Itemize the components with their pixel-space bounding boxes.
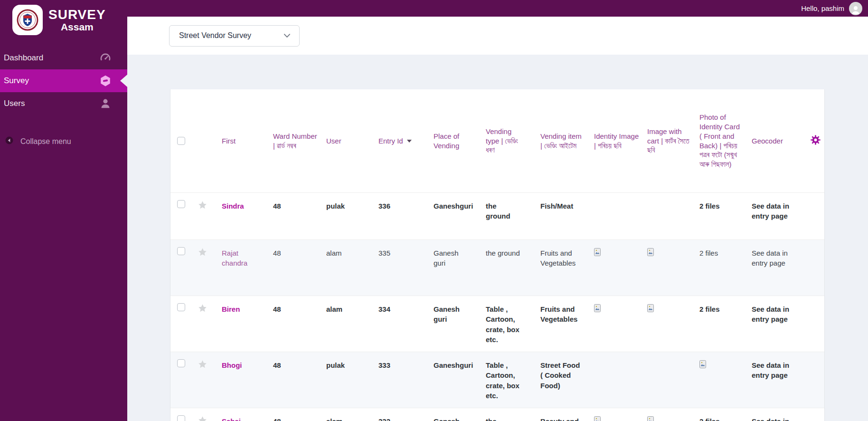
entry-first-name-link[interactable]: Sindra (222, 193, 273, 239)
entries-table: First Ward Number | ৱাৰ্ড নম্বৰ User Ent… (170, 89, 825, 421)
row-checkbox-cell (170, 296, 193, 352)
row-settings-spacer (810, 193, 825, 239)
entry-vending-type: Table , Cartoon, crate, box etc. (486, 352, 540, 408)
sidebar-item-users[interactable]: Users (0, 92, 127, 115)
entry-first-name-link[interactable]: Biren (222, 296, 273, 352)
dashboard-gauge-icon (99, 52, 112, 64)
star-icon[interactable] (193, 193, 222, 239)
sidebar-menu: Dashboard Survey (0, 47, 127, 115)
image-file-icon[interactable] (594, 416, 601, 421)
row-checkbox[interactable] (177, 200, 185, 208)
files-count: 2 files (699, 249, 718, 257)
star-icon[interactable] (193, 408, 222, 421)
column-header-photo-id-card[interactable]: Photo of Identity Card ( Front and Back)… (699, 89, 752, 192)
entry-first-name-link[interactable]: Sahaj (222, 408, 273, 421)
image-file-icon[interactable] (594, 248, 601, 258)
entry-image-with-cart-cell (647, 352, 699, 408)
entry-place-of-vending: Ganesh guri (434, 296, 486, 352)
column-header-identity-image[interactable]: Identity Image | পৰিচয় ছবি (594, 89, 647, 192)
entry-user: alam (326, 408, 378, 421)
row-checkbox[interactable] (177, 415, 185, 421)
entry-identity-image-cell (594, 408, 647, 421)
column-header-first[interactable]: First (222, 89, 273, 192)
entry-ward-number: 48 (273, 296, 326, 352)
collapse-menu-button[interactable]: Collapse menu (0, 136, 127, 147)
star-icon[interactable] (193, 240, 222, 296)
image-file-icon[interactable] (647, 304, 654, 315)
table-body: Sindra 48 pulak 336 Ganeshguri the groun… (170, 192, 824, 421)
entry-first-name-link[interactable]: Rajat chandra (222, 240, 273, 296)
star-icon[interactable] (193, 296, 222, 352)
survey-select-value: Street Vendor Survey (179, 31, 251, 40)
entry-user: alam (326, 240, 378, 296)
star-icon[interactable] (193, 352, 222, 408)
entry-geocoder: See data in entry page (752, 296, 810, 352)
entry-first-name-link[interactable]: Bhogi (222, 352, 273, 408)
sidebar-item-label: Survey (4, 76, 29, 86)
collapse-left-arrow-icon (5, 136, 14, 147)
app-window: SURVEY Assam Dashboard Survey (0, 0, 868, 421)
entry-identity-image-cell (594, 193, 647, 239)
column-header-place-of-vending[interactable]: Place of Vending (434, 89, 486, 192)
content-area: First Ward Number | ৱাৰ্ড নম্বৰ User Ent… (127, 55, 868, 421)
column-header-vending-item[interactable]: Vending item | ভেণ্ডিং আইটেম (540, 89, 594, 192)
row-checkbox-cell (170, 193, 193, 239)
column-header-user[interactable]: User (326, 89, 378, 192)
entry-geocoder: See data in entry page (752, 240, 810, 296)
entry-ward-number: 48 (273, 240, 326, 296)
entry-id: 334 (378, 296, 434, 352)
toolbar: Street Vendor Survey (127, 17, 868, 55)
institute-crest-icon (12, 5, 43, 35)
row-settings-spacer (810, 408, 825, 421)
entry-id: 332 (378, 408, 434, 421)
entry-place-of-vending: Ganeshguri (434, 352, 486, 408)
select-all-checkbox[interactable] (177, 137, 185, 145)
entry-vending-type: Table , Cartoon, crate, box etc. (486, 296, 540, 352)
entry-vending-type: the ground (486, 240, 540, 296)
entry-place-of-vending: Ganeshguri (434, 193, 486, 239)
column-header-image-with-cart[interactable]: Image with cart | কাৰ্টৰ সৈতে ছবি (647, 89, 699, 192)
files-count: 2 files (699, 305, 720, 313)
row-checkbox[interactable] (177, 359, 185, 367)
image-file-icon[interactable] (647, 248, 654, 258)
column-header-geocoder[interactable]: Geocoder (752, 89, 810, 192)
users-icon (99, 97, 112, 110)
entry-identity-image-cell (594, 352, 647, 408)
entry-image-with-cart-cell (647, 193, 699, 239)
image-file-icon[interactable] (699, 360, 706, 371)
sidebar-item-label: Dashboard (4, 53, 43, 63)
column-header-vending-type[interactable]: Vending type | ভেণ্ডিং ধৰণ (486, 89, 540, 192)
table-row: Rajat chandra 48 alam 335 Ganesh guri th… (170, 239, 824, 296)
entry-place-of-vending: Ganesh guri (434, 408, 486, 421)
image-file-icon[interactable] (594, 304, 601, 315)
table-header: First Ward Number | ৱাৰ্ড নম্বৰ User Ent… (170, 89, 824, 192)
entry-ward-number: 48 (273, 408, 326, 421)
entry-ward-number: 48 (273, 193, 326, 239)
user-greeting: Hello, pashim (801, 4, 844, 12)
sidebar-item-dashboard[interactable]: Dashboard (0, 47, 127, 69)
entry-id-label: Entry Id (378, 136, 403, 146)
table-row: Bhogi 48 pulak 333 Ganeshguri Table , Ca… (170, 352, 824, 408)
table-row: Sindra 48 pulak 336 Ganeshguri the groun… (170, 192, 824, 239)
survey-select[interactable]: Street Vendor Survey (169, 25, 300, 47)
gear-icon[interactable] (810, 134, 821, 148)
entry-ward-number: 48 (273, 352, 326, 408)
entry-id: 333 (378, 352, 434, 408)
entry-vending-item: Beauty and (540, 408, 594, 421)
table-row: Biren 48 alam 334 Ganesh guri Table , Ca… (170, 296, 824, 352)
image-file-icon[interactable] (647, 416, 654, 421)
entry-vending-item: Street Food ( Cooked Food) (540, 352, 594, 408)
avatar[interactable] (849, 2, 862, 15)
files-count: 2 files (699, 202, 720, 210)
table-row: Sahaj 48 alam 332 Ganesh guri the ground… (170, 408, 824, 421)
entry-place-of-vending: Ganesh guri (434, 240, 486, 296)
column-header-ward-number[interactable]: Ward Number | ৱাৰ্ড নম্বৰ (273, 89, 326, 192)
column-header-entry-id[interactable]: Entry Id (378, 89, 434, 192)
logo-subtitle: Assam (48, 22, 106, 32)
row-checkbox[interactable] (177, 303, 185, 311)
row-checkbox[interactable] (177, 247, 185, 255)
entry-user: pulak (326, 193, 378, 239)
entry-photo-id-card-cell: 2 files (699, 193, 752, 239)
sidebar-item-survey[interactable]: Survey (0, 69, 127, 92)
row-checkbox-cell (170, 352, 193, 408)
